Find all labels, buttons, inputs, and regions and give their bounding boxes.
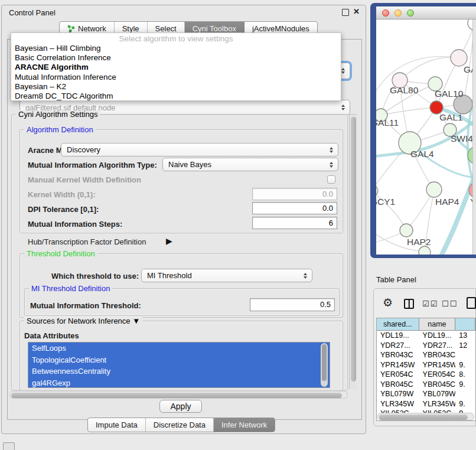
table-row[interactable]: YBL079WYBL079W: [377, 389, 475, 399]
float-window-icon[interactable]: [342, 9, 349, 16]
split-view-icon[interactable]: [404, 299, 414, 309]
table-row[interactable]: YBR045CYBR045C9.: [377, 380, 475, 390]
table-cell: 9.: [455, 361, 475, 369]
list-scrollbar-thumb[interactable]: [322, 344, 327, 381]
threshold-definition-title: Threshold Definition: [24, 250, 97, 257]
mi-threshold-group-title: MI Threshold Definition: [29, 285, 112, 292]
aracne-mode-combo[interactable]: Discovery: [61, 143, 338, 156]
dropdown-hint: Select algorithm to view settings: [11, 33, 341, 44]
settings-vscrollbar-thumb[interactable]: [351, 117, 356, 381]
algorithm-definition-title: Algorithm Definition: [24, 126, 96, 133]
table-cell: YBR043C: [419, 351, 456, 359]
page-icon[interactable]: [467, 297, 476, 309]
network-node-gcy1[interactable]: [376, 185, 378, 196]
table-hscrollbar-track[interactable]: [377, 413, 474, 420]
expanded-arrow-icon[interactable]: ▼: [132, 317, 140, 325]
table-cell: YDR27...: [419, 341, 456, 350]
table-cell: 9.: [455, 400, 475, 408]
dpi-tolerance-field[interactable]: 0.0: [252, 202, 337, 214]
tab-label: Discretize Data: [154, 420, 206, 429]
network-vscrollbar-strip[interactable]: [472, 19, 476, 255]
mi-steps-label: Mutual Information Steps:: [28, 220, 122, 229]
network-node[interactable]: [468, 19, 472, 30]
gear-icon[interactable]: ⚙: [383, 297, 393, 308]
minimized-panel-icon[interactable]: [3, 442, 15, 450]
combo-arrows-icon: [330, 162, 333, 168]
mi-steps-field[interactable]: 6: [252, 217, 337, 229]
network-node-hap2[interactable]: [400, 224, 413, 237]
table-cell: YBR045C: [377, 380, 419, 389]
column-header-shared[interactable]: shared...: [377, 318, 419, 330]
combo-arrows-icon: [304, 273, 307, 279]
table-row[interactable]: YPR145WYPR145W9.: [377, 360, 475, 370]
attribute-item-selfloops[interactable]: SelfLoops: [28, 343, 330, 354]
table-cell: YPR145W: [419, 361, 456, 369]
kernel-width-label: Kernel Width (0,1):: [28, 190, 96, 199]
algorithm-dropdown-popup: Select algorithm to view settings Bayesi…: [11, 32, 341, 101]
bottom-tab-infer-network[interactable]: Infer Network: [214, 418, 275, 432]
close-icon[interactable]: ✕: [353, 7, 360, 16]
checked-columns-icon[interactable]: ☑☑: [422, 299, 438, 308]
which-threshold-combo[interactable]: MI Threshold: [141, 269, 312, 282]
mi-type-label: Mutual Information Algorithm Type:: [28, 161, 157, 169]
network-window-titlebar[interactable]: [376, 6, 476, 19]
dropdown-item-dream8-dc-tdc-algorithm[interactable]: Dream8 DC_TDC Algorithm: [11, 92, 341, 101]
data-attributes-list[interactable]: SelfLoopsTopologicalCoefficientBetweenne…: [28, 342, 330, 388]
tab-label: Select: [155, 24, 177, 33]
table-cell: 12: [455, 341, 475, 350]
network-node-label: GAL4: [410, 149, 434, 159]
table-cell: YPR145W: [377, 361, 419, 369]
table-row[interactable]: YDL19...YDL19...13: [377, 331, 475, 341]
network-edge: [400, 57, 459, 80]
table-hscrollbar-thumb[interactable]: [379, 415, 468, 420]
table-panel-title: Table Panel: [376, 275, 416, 284]
table-cell: YLR345W: [419, 400, 456, 408]
dropdown-item-basic-correlation-inference[interactable]: Basic Correlation Inference: [11, 53, 341, 63]
hub-definition-toggle[interactable]: Hub/Transcription Factor Definition: [28, 237, 146, 246]
mi-threshold-field[interactable]: 0.5: [250, 298, 335, 311]
apply-button[interactable]: Apply: [159, 400, 202, 413]
attribute-item-betweennesscentrality[interactable]: BetweennessCentrality: [28, 366, 330, 377]
table-cell: YBR045C: [419, 380, 456, 389]
bottom-tab-impute-data[interactable]: Impute Data: [88, 418, 146, 432]
table-row[interactable]: YBR043CYBR043C: [377, 350, 475, 360]
dropdown-item-bayesian-hill-climbing[interactable]: Bayesian – Hill Climbing: [11, 44, 341, 53]
kernel-width-field[interactable]: 0.0: [252, 188, 337, 200]
minimize-traffic-light[interactable]: [395, 9, 402, 17]
table-row[interactable]: YLR345WYLR345W9.: [377, 399, 475, 409]
collapsed-arrow-icon[interactable]: ▶: [166, 236, 172, 246]
settings-hscrollbar-track[interactable]: [9, 391, 348, 399]
zoom-traffic-light[interactable]: [407, 9, 414, 17]
table-cell: YER054C: [377, 370, 419, 379]
mi-type-combo[interactable]: Naive Bayes: [162, 158, 338, 171]
tab-label: Style: [122, 24, 139, 33]
network-node-label: GAL: [464, 64, 472, 74]
dropdown-item-aracne-algorithm[interactable]: ARACNE Algorithm: [11, 63, 341, 72]
column-header-name[interactable]: name: [419, 318, 456, 330]
close-traffic-light[interactable]: [382, 9, 389, 17]
attribute-item-gal4rgexp[interactable]: gal4RGexp: [28, 377, 330, 389]
network-node[interactable]: [419, 246, 431, 255]
network-canvas[interactable]: GALGAL80GAL10GAL1GAL11SWI4GAL4GCY1HAP4YH…: [376, 19, 472, 255]
column-header-col2[interactable]: [455, 318, 475, 330]
network-node-hap4[interactable]: [426, 182, 442, 197]
attribute-item-topologicalcoefficient[interactable]: TopologicalCoefficient: [28, 354, 330, 366]
table-row[interactable]: YDR27...YDR27...12: [377, 341, 475, 351]
table-cell: 8.: [455, 370, 475, 379]
dropdown-item-bayesian-k2[interactable]: Bayesian – K2: [11, 82, 341, 92]
manual-kernel-checkbox[interactable]: [327, 175, 335, 184]
table-row[interactable]: YER054CYER054C8.: [377, 370, 475, 380]
network-highlighted-edge: [441, 168, 472, 255]
network-node-gal[interactable]: [451, 50, 467, 66]
bottom-tab-discretize-data[interactable]: Discretize Data: [146, 418, 214, 432]
network-node-label: GAL1: [439, 112, 463, 122]
unchecked-columns-icon[interactable]: ☐☐: [442, 299, 458, 308]
sources-group-title[interactable]: Sources for Network Inference ▼: [24, 317, 142, 325]
network-node-label: GAL80: [390, 85, 419, 95]
dropdown-item-mutual-information-inference[interactable]: Mutual Information Inference: [11, 73, 341, 82]
network-node-label: HAP2: [407, 237, 431, 247]
mi-threshold-label: Mutual Information Threshold:: [30, 301, 141, 310]
settings-hscrollbar-thumb[interactable]: [11, 393, 342, 398]
network-node-label: GAL11: [376, 118, 399, 128]
settings-vscrollbar-track[interactable]: [349, 114, 357, 389]
